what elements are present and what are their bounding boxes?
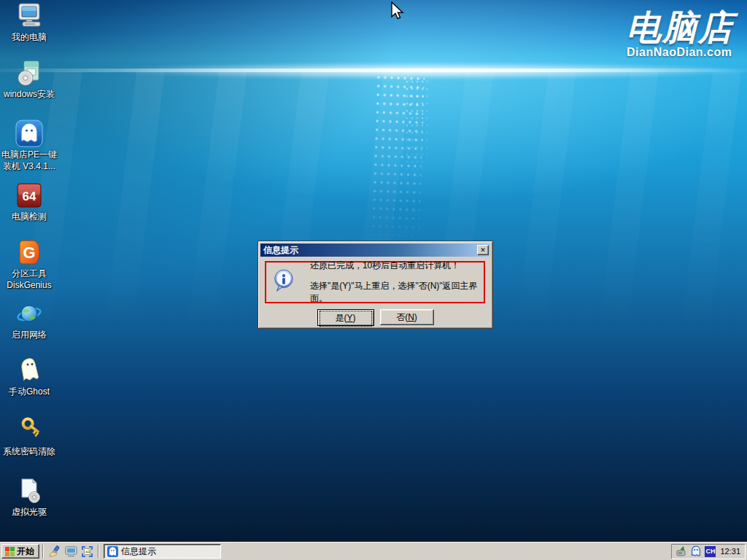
quick-launch-capture-icon[interactable] [79, 544, 95, 559]
language-indicator[interactable]: CH [705, 546, 716, 557]
desktop-icon-pe-installer[interactable]: 电脑店PE一键 装机 V3.4.1... [0, 119, 58, 171]
icon-label: 分区工具 [12, 268, 47, 279]
diskgenius-icon: G [15, 238, 44, 267]
icon-label: 电脑店PE一键 [1, 149, 57, 160]
desktop-icon-diskgenius[interactable]: G 分区工具 DiskGenius [0, 238, 58, 290]
quick-launch-monitor-icon[interactable] [63, 544, 79, 559]
start-button[interactable]: 开始 [1, 544, 39, 559]
bubble-stream-small [406, 80, 427, 190]
yes-button[interactable]: 是(Y) [317, 309, 374, 326]
ghost-task-icon [107, 546, 118, 557]
dialog-titlebar[interactable]: 信息提示 ✕ [260, 244, 490, 257]
ghost-tray-icon[interactable] [690, 545, 702, 557]
desktop-icon-my-computer[interactable]: 我的电脑 [0, 1, 58, 42]
icon-label: DiskGenius [7, 280, 51, 290]
info-dialog: 信息提示 ✕ 还原已完成，10秒后自动重启计算机！ 选择"是(Y)"马上重启，选… [258, 241, 493, 329]
key-icon [15, 416, 44, 445]
taskbar: 开始 信息提示 [0, 542, 747, 560]
ghost-icon [15, 356, 44, 385]
desktop-icon-enable-network[interactable]: 启用网络 [0, 299, 58, 340]
icon-label: 虚拟光驱 [12, 507, 47, 517]
system-tray: CH 12:31 [671, 544, 746, 559]
svg-text:G: G [23, 244, 35, 262]
virtual-cd-icon [15, 476, 44, 505]
dialog-title: 信息提示 [263, 244, 298, 257]
no-button[interactable]: 否(N) [380, 309, 434, 325]
desktop-icon-manual-ghost[interactable]: 手动Ghost [0, 356, 58, 397]
taskbar-separator [98, 545, 99, 558]
start-logo-icon [5, 547, 15, 556]
pe-ghost-icon [15, 119, 44, 148]
brand-subtitle: DianNaoDian.com [627, 46, 734, 59]
taskbar-separator [42, 545, 44, 558]
task-button-info-dialog[interactable]: 信息提示 [104, 544, 221, 559]
close-icon[interactable]: ✕ [477, 245, 489, 255]
desktop-icon-windows-install[interactable]: windows安装 [0, 58, 58, 99]
brand-logo: 电脑店 DianNaoDian.com [627, 10, 734, 59]
pc-check-64-icon: 64 [15, 181, 44, 210]
dialog-message-line2: 选择"是(Y)"马上重启，选择"否(N)"返回主界面。 [310, 280, 484, 305]
icon-label: 手动Ghost [9, 386, 50, 397]
brand-title: 电脑店 [627, 10, 734, 44]
icon-label: windows安装 [4, 89, 55, 99]
dialog-message-line1: 还原已完成，10秒后自动重启计算机！ [310, 260, 484, 272]
svg-text:64: 64 [23, 190, 36, 203]
icon-label: 电脑检测 [12, 211, 47, 222]
icon-label: 我的电脑 [12, 32, 47, 42]
icon-label: 装机 V3.4.1... [3, 161, 55, 171]
desktop[interactable]: 电脑店 DianNaoDian.com 我的电脑 [0, 0, 747, 542]
icon-label: 启用网络 [12, 330, 47, 340]
my-computer-icon [15, 1, 44, 31]
desktop-icon-pc-check[interactable]: 64 电脑检测 [0, 181, 58, 222]
desktop-icon-virtual-cdrom[interactable]: 虚拟光驱 [0, 476, 58, 517]
icon-label: 系统密码清除 [3, 446, 55, 456]
network-globe-icon [15, 299, 44, 328]
show-desktop-brush-icon[interactable] [47, 544, 63, 559]
info-icon [272, 268, 295, 297]
tray-clock[interactable]: 12:31 [720, 547, 740, 556]
windows-install-icon [15, 58, 44, 88]
safely-remove-icon[interactable] [676, 545, 687, 557]
mouse-cursor [390, 1, 406, 22]
desktop-icon-password-clear[interactable]: 系统密码清除 [0, 416, 58, 456]
dialog-message-panel: 还原已完成，10秒后自动重启计算机！ 选择"是(Y)"马上重启，选择"否(N)"… [265, 261, 485, 303]
